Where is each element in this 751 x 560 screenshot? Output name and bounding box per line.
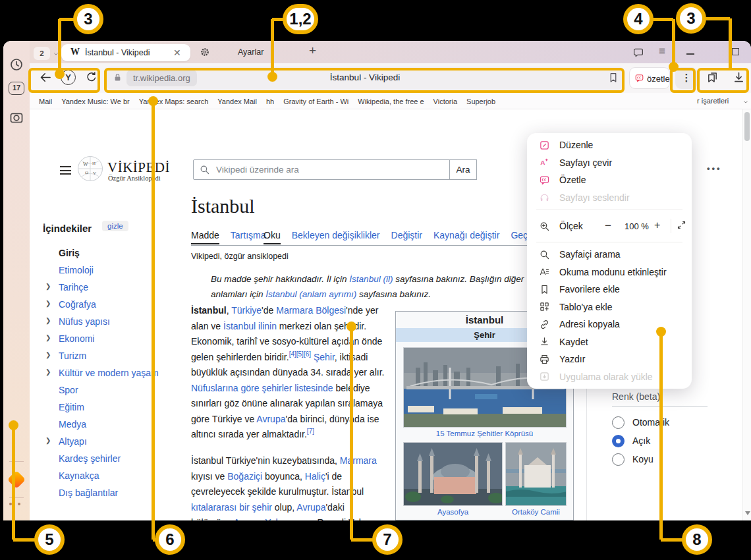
- toc-link[interactable]: Nüfus yapısı: [59, 316, 110, 327]
- toc-link[interactable]: Altyapı: [59, 436, 87, 447]
- bookmark-item[interactable]: Mail: [39, 98, 52, 105]
- scrollbar[interactable]: [742, 109, 751, 520]
- menu-item[interactable]: Özetle: [527, 171, 692, 189]
- article-tab[interactable]: Kaynağı değiştir: [433, 230, 499, 244]
- toc-item[interactable]: ❯Kültür ve modern yaşam: [43, 366, 194, 383]
- maximize-button[interactable]: [732, 48, 739, 55]
- wiki-link[interactable]: [7]: [307, 428, 314, 435]
- caption-link[interactable]: Ortaköy Camii: [501, 508, 570, 516]
- scrollbar-thumb[interactable]: [744, 112, 750, 141]
- toc-item[interactable]: Etimoloji: [43, 264, 194, 281]
- new-tab-button[interactable]: +: [309, 43, 316, 58]
- wiki-link[interactable]: Türkiye: [231, 305, 262, 316]
- toc-link[interactable]: Turizm: [59, 350, 86, 361]
- caption-link[interactable]: Ayasofya: [403, 508, 503, 516]
- toc-item[interactable]: Giriş: [43, 246, 194, 264]
- toc-item[interactable]: ❯Coğrafya: [43, 298, 194, 315]
- toc-item[interactable]: Kaynakça: [43, 469, 194, 486]
- toc-link[interactable]: Tarihçe: [59, 282, 88, 293]
- wiki-link[interactable]: Şehir: [314, 352, 335, 362]
- toc-link[interactable]: Giriş: [59, 248, 80, 258]
- bookmark-item[interactable]: Yandex Mail: [217, 98, 257, 105]
- toc-link[interactable]: Coğrafya: [59, 299, 96, 310]
- wiki-menu-icon[interactable]: [60, 166, 71, 175]
- chevron-down-icon[interactable]: [742, 99, 749, 105]
- chevron-right-icon[interactable]: ❯: [45, 351, 53, 358]
- toc-hide-button[interactable]: gizle: [102, 221, 128, 231]
- search-button[interactable]: Ara: [449, 159, 477, 180]
- toc-item[interactable]: ❯Nüfus yapısı: [43, 315, 194, 332]
- chevron-right-icon[interactable]: ❯: [45, 317, 53, 324]
- more-options-icon[interactable]: •••: [707, 163, 722, 173]
- menu-item[interactable]: Favorilere ekle: [527, 281, 692, 298]
- tab-settings[interactable]: Ayarlar: [238, 47, 264, 57]
- scrollbar-down-arrow[interactable]: [745, 511, 750, 515]
- chevron-right-icon[interactable]: ❯: [45, 334, 53, 341]
- bookmark-item[interactable]: Gravity of Earth - Wi: [283, 98, 348, 105]
- wikipedia-logo[interactable]: W И Ω V: [77, 155, 103, 182]
- wiki-search-input[interactable]: Vikipedi üzerinde ara: [193, 159, 450, 180]
- chevron-right-icon[interactable]: ❯: [45, 300, 53, 307]
- wiki-link[interactable]: İstanbul (il): [349, 274, 393, 284]
- tab-istanbul[interactable]: W İstanbul - Vikipedi ✕: [61, 44, 190, 61]
- wiki-link[interactable]: Avrupa: [296, 502, 325, 513]
- menu-item[interactable]: Yazdır: [527, 350, 692, 368]
- toc-item[interactable]: Medya: [43, 418, 194, 435]
- zoom-in-button[interactable]: +: [654, 219, 660, 231]
- wiki-link[interactable]: kıtalararası bir şehir: [191, 502, 272, 513]
- bookmark-item[interactable]: Yandex Music: We br: [61, 98, 130, 105]
- toc-link[interactable]: Eğitim: [59, 402, 84, 412]
- menu-item[interactable]: Sayfaiçi arama: [527, 246, 692, 264]
- wiki-link[interactable]: [6]: [304, 350, 311, 358]
- zoom-out-button[interactable]: −: [605, 219, 611, 233]
- toc-item[interactable]: ❯Altyapı: [43, 435, 194, 452]
- article-tab[interactable]: Bekleyen değişiklikler: [292, 230, 380, 244]
- history-icon[interactable]: [9, 57, 24, 72]
- wiki-link[interactable]: İstanbul (anlam ayrımı): [265, 289, 356, 299]
- caption-link[interactable]: 15 Temmuz Şehitler Köprüsü: [396, 430, 573, 437]
- photo-ayasofya[interactable]: [403, 442, 503, 506]
- toc-item[interactable]: Dış bağlantılar: [43, 486, 194, 503]
- toc-item[interactable]: ❯Turizm: [43, 349, 194, 366]
- wiki-link[interactable]: Nüfuslarına göre şehirler listesinde: [191, 383, 333, 393]
- wiki-link[interactable]: Marmara: [340, 455, 377, 466]
- wiki-link[interactable]: Marmara Bölgesi: [276, 305, 346, 316]
- photo-ortakoy[interactable]: [505, 442, 567, 506]
- bookmark-item[interactable]: Superjob: [466, 98, 495, 105]
- toc-item[interactable]: ❯Ekonomi: [43, 332, 194, 349]
- radio-unchecked-icon[interactable]: [612, 416, 625, 429]
- toc-link[interactable]: Kültür ve modern yaşam: [59, 368, 159, 378]
- toc-link[interactable]: Dış bağlantılar: [59, 488, 118, 498]
- gear-icon[interactable]: [200, 47, 210, 57]
- toc-item[interactable]: Spor: [43, 383, 194, 401]
- toc-item[interactable]: Kardeş şehirler: [43, 452, 194, 469]
- toc-link[interactable]: Medya: [59, 419, 86, 430]
- tab-counter[interactable]: 2: [34, 47, 50, 60]
- hamburger-icon[interactable]: ≡: [659, 45, 665, 58]
- bookmark-item[interactable]: Wikipedia, the free e: [358, 98, 424, 105]
- wiki-wordmark[interactable]: VİKİPEDİ: [107, 159, 170, 176]
- wiki-link[interactable]: Avrupa: [256, 414, 285, 424]
- close-tab-icon[interactable]: ✕: [173, 47, 181, 58]
- radio-checked-icon[interactable]: [612, 435, 625, 447]
- toc-item[interactable]: Eğitim: [43, 401, 194, 418]
- radio-unchecked-icon[interactable]: [612, 453, 625, 466]
- menu-item[interactable]: Kaydet: [527, 333, 692, 351]
- summarize-button[interactable]: özetle: [629, 67, 670, 89]
- tab-count-badge[interactable]: 17: [9, 82, 24, 95]
- menu-item[interactable]: Adresi kopyala: [527, 316, 692, 333]
- article-tab[interactable]: Tartışma: [231, 230, 266, 244]
- fullscreen-icon[interactable]: [677, 220, 686, 230]
- minimize-button[interactable]: [686, 53, 694, 55]
- toc-link[interactable]: Kardeş şehirler: [59, 453, 121, 464]
- yandex-browser-icon[interactable]: [7, 470, 26, 489]
- chevron-right-icon[interactable]: ❯: [45, 368, 53, 376]
- bookmark-item[interactable]: hh: [266, 98, 274, 105]
- menu-item[interactable]: Tablo'ya ekle: [527, 298, 692, 316]
- wiki-link[interactable]: Boğaziçi: [227, 471, 262, 482]
- wiki-link[interactable]: [4]: [289, 350, 296, 358]
- toc-link[interactable]: Ekonomi: [59, 333, 94, 344]
- wiki-link[interactable]: [5]: [296, 350, 304, 358]
- menu-item[interactable]: Okuma modunu etkinleştir: [527, 264, 692, 281]
- menu-item[interactable]: Düzenle: [527, 136, 692, 154]
